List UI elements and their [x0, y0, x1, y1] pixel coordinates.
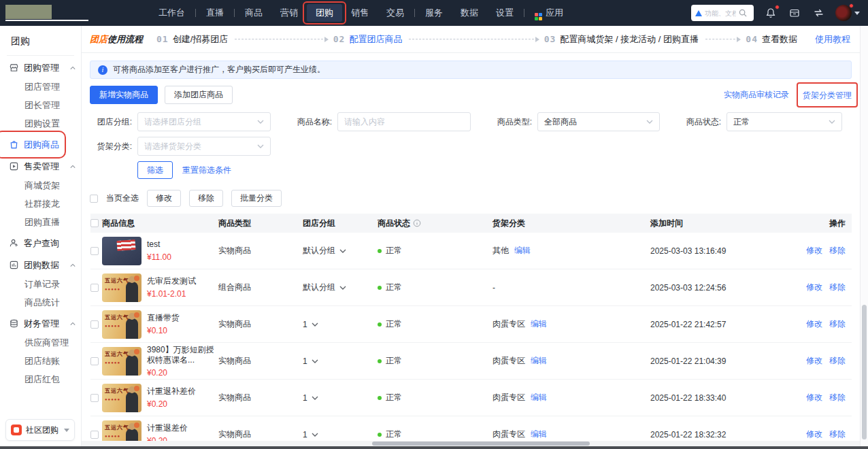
row-edit-link[interactable]: 修改 — [806, 429, 822, 440]
row-checkbox[interactable] — [90, 284, 99, 292]
nav-item-service[interactable]: 服务 — [416, 4, 452, 22]
info-circle-icon[interactable] — [413, 219, 421, 227]
row-checkbox[interactable] — [90, 320, 99, 329]
sidebar-group-sell-management[interactable]: 售卖管理 — [0, 156, 81, 176]
sidebar-item-customer-query[interactable]: 客户查询 — [0, 233, 81, 253]
row-remove-link[interactable]: 移除 — [829, 429, 846, 440]
sidebar-item-store-settlement[interactable]: 团店结账 — [0, 352, 81, 370]
row-edit-link[interactable]: 修改 — [806, 355, 822, 367]
vertical-scrollbar-thumb[interactable] — [862, 305, 867, 439]
shelf-edit-link[interactable]: 编辑 — [531, 355, 547, 367]
nav-item-goods[interactable]: 商品 — [236, 4, 271, 22]
storage-box-icon[interactable] — [788, 6, 801, 20]
row-remove-link[interactable]: 移除 — [829, 392, 846, 403]
chevron-down-icon[interactable] — [312, 396, 318, 400]
row-checkbox[interactable] — [90, 431, 99, 439]
select-all-checkbox[interactable] — [90, 195, 98, 203]
sidebar-group-groupbuy-management[interactable]: 团购管理 — [0, 58, 81, 78]
nav-item-trade[interactable]: 交易 — [378, 4, 413, 22]
sidebar-item-groupbuy-live[interactable]: 团购直播 — [0, 213, 81, 231]
shelf-edit-link[interactable]: 编辑 — [531, 392, 547, 403]
store-group-cell[interactable]: 1 — [303, 320, 378, 329]
row-edit-link[interactable]: 修改 — [806, 282, 822, 293]
nav-item-settings[interactable]: 设置 — [487, 4, 522, 22]
chevron-down-icon[interactable] — [339, 249, 346, 253]
chevron-down-icon[interactable] — [312, 322, 318, 327]
add-physical-goods-button[interactable]: 新增实物商品 — [90, 86, 158, 104]
shelf-edit-link[interactable]: 编辑 — [531, 429, 547, 440]
row-remove-link[interactable]: 移除 — [829, 245, 846, 256]
tutorial-link[interactable]: 使用教程 — [815, 33, 850, 46]
search-input[interactable] — [705, 10, 736, 17]
vertical-scrollbar[interactable] — [860, 26, 868, 446]
sidebar-group-finance-management[interactable]: 财务管理 — [0, 314, 81, 333]
physical-goods-audit-link[interactable]: 实物商品审核记录 — [724, 89, 789, 101]
header-goods-status: 商品状态 — [378, 218, 493, 229]
goods-status-select[interactable]: 正常 — [727, 112, 842, 131]
batch-edit-button[interactable]: 修改 — [147, 190, 181, 207]
row-edit-link[interactable]: 修改 — [806, 245, 822, 256]
notification-bell-icon[interactable] — [764, 6, 778, 20]
search-icon[interactable] — [739, 9, 747, 17]
batch-classify-button[interactable]: 批量分类 — [231, 190, 282, 207]
add-store-goods-button[interactable]: 添加团店商品 — [165, 86, 233, 104]
nav-item-live[interactable]: 直播 — [197, 4, 233, 22]
chevron-up-icon — [70, 263, 76, 268]
sidebar-item-order-records[interactable]: 订单记录 — [0, 275, 81, 293]
horizontal-scrollbar-thumb[interactable] — [372, 442, 590, 446]
global-search-box[interactable] — [691, 5, 754, 21]
store-group-cell[interactable]: 1 — [303, 356, 378, 366]
horizontal-scrollbar[interactable] — [82, 441, 860, 446]
row-edit-link[interactable]: 修改 — [806, 392, 822, 403]
store-group-cell[interactable]: 默认分组 — [303, 282, 378, 293]
sidebar-item-leader-management[interactable]: 团长管理 — [0, 96, 81, 114]
row-checkbox[interactable] — [90, 394, 99, 402]
sidebar-group-groupbuy-data[interactable]: 团购数据 — [0, 255, 81, 275]
chevron-down-icon[interactable] — [339, 286, 346, 290]
sidebar-item-groupbuy-settings[interactable]: 团购设置 — [0, 114, 81, 133]
shelf-category-manage-link[interactable]: 货架分类管理 — [803, 90, 852, 100]
sidebar-item-groupbuy-goods[interactable]: 团购商品 — [0, 135, 81, 154]
store-group-cell[interactable]: 1 — [303, 430, 378, 439]
store-group-select[interactable]: 请选择团店分组 — [137, 112, 271, 131]
sidebar-item-store-management[interactable]: 团店管理 — [0, 78, 81, 96]
shelf-edit-link[interactable]: 编辑 — [514, 245, 531, 256]
nav-item-sales[interactable]: 销售 — [342, 4, 378, 22]
row-remove-link[interactable]: 移除 — [829, 355, 846, 367]
sidebar-item-community-chain[interactable]: 社群接龙 — [0, 195, 81, 213]
store-group-cell[interactable]: 默认分组 — [303, 245, 378, 256]
sidebar-item-store-redpacket[interactable]: 团店红包 — [0, 370, 81, 388]
goods-name-input-wrap[interactable] — [337, 112, 471, 131]
row-remove-link[interactable]: 移除 — [829, 282, 846, 293]
header-checkbox[interactable] — [90, 219, 99, 227]
sidebar-item-goods-statistics[interactable]: 商品统计 — [0, 293, 81, 312]
row-edit-link[interactable]: 修改 — [806, 318, 822, 330]
nav-item-data[interactable]: 数据 — [452, 4, 487, 22]
row-checkbox[interactable] — [90, 247, 99, 255]
sidebar-item-supplier-management[interactable]: 供应商管理 — [0, 333, 81, 352]
user-avatar-menu[interactable] — [835, 5, 860, 21]
batch-remove-button[interactable]: 移除 — [189, 190, 223, 207]
store-group-value: 1 — [303, 320, 307, 329]
avatar[interactable] — [835, 5, 852, 21]
app-switcher-community-groupbuy[interactable]: 社区团购 — [5, 419, 75, 441]
nav-item-apps[interactable]: 应用 — [526, 4, 572, 22]
shelf-edit-link[interactable]: 编辑 — [531, 318, 547, 330]
nav-item-marketing[interactable]: 营销 — [271, 4, 307, 22]
chevron-down-icon[interactable] — [312, 433, 318, 437]
filter-button[interactable]: 筛选 — [137, 161, 173, 179]
nav-item-groupbuy[interactable]: 团购 — [307, 4, 342, 22]
reset-filters-link[interactable]: 重置筛选条件 — [182, 165, 231, 176]
switch-account-icon[interactable] — [812, 6, 825, 20]
sidebar-item-mall-shelf[interactable]: 商城货架 — [0, 176, 81, 195]
row-checkbox[interactable] — [90, 357, 99, 365]
row-remove-link[interactable]: 移除 — [829, 318, 846, 330]
shelf-category-select[interactable]: 请选择货架分类 — [137, 137, 271, 156]
store-group-cell[interactable]: 1 — [303, 393, 378, 403]
goods-name-input[interactable] — [344, 117, 464, 127]
sidebar-divider — [7, 55, 74, 56]
table-row: 五运六气 ●●●●● 计重退补差价 ¥0.20 实物商品 1 — [90, 380, 852, 416]
nav-item-workbench[interactable]: 工作台 — [150, 4, 194, 22]
goods-type-select[interactable]: 全部商品 — [537, 112, 660, 131]
chevron-down-icon[interactable] — [312, 359, 318, 363]
